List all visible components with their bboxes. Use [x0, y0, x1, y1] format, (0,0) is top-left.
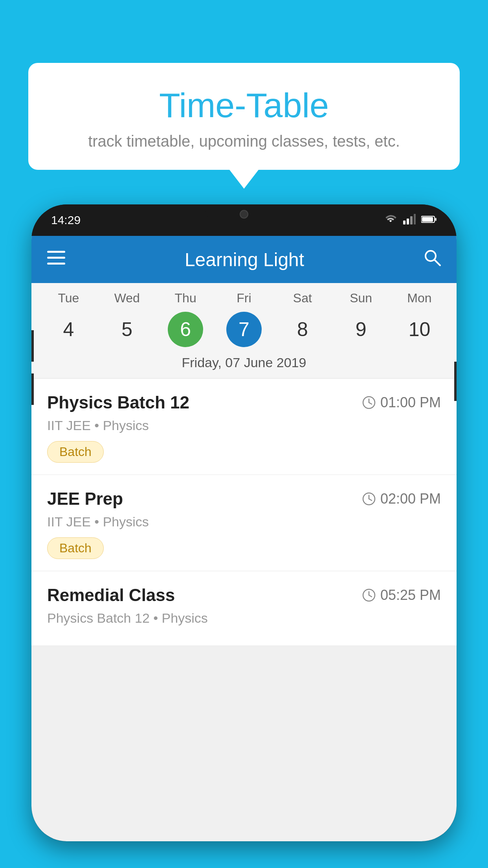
- day-name: Fri: [237, 291, 251, 305]
- svg-line-20: [369, 595, 372, 597]
- menu-button[interactable]: [47, 250, 65, 269]
- schedule-item-1[interactable]: JEE Prep 02:00 PM IIT JEE • Physics Batc…: [31, 475, 457, 571]
- battery-icon: [421, 215, 437, 225]
- status-bar: 14:29: [31, 204, 457, 236]
- batch-badge: Batch: [47, 441, 104, 463]
- svg-rect-3: [414, 214, 416, 224]
- day-number[interactable]: 10: [402, 312, 437, 347]
- day-col-7[interactable]: Fri7: [218, 291, 270, 347]
- svg-rect-5: [435, 218, 437, 221]
- day-name: Wed: [114, 291, 140, 305]
- clock-icon: [362, 588, 376, 602]
- day-number[interactable]: 9: [343, 312, 379, 347]
- svg-rect-0: [403, 221, 405, 224]
- status-icons: [383, 213, 437, 227]
- wifi-icon: [383, 213, 398, 227]
- search-button[interactable]: [424, 249, 441, 270]
- day-name: Sun: [350, 291, 372, 305]
- schedule-list: Physics Batch 12 01:00 PM IIT JEE • Phys…: [31, 379, 457, 646]
- day-number[interactable]: 8: [285, 312, 320, 347]
- day-col-10[interactable]: Mon10: [394, 291, 445, 347]
- status-time: 14:29: [51, 213, 81, 227]
- volume-up-button: [31, 330, 34, 362]
- app-title: Learning Light: [185, 249, 304, 270]
- selected-date: Friday, 07 June 2019: [31, 347, 457, 379]
- phone-frame: 14:29: [31, 204, 457, 841]
- app-screen: Learning Light Tue4Wed5Thu6Fri7Sat8Sun9M…: [31, 236, 457, 841]
- svg-rect-6: [422, 217, 433, 222]
- svg-rect-8: [47, 257, 65, 259]
- batch-badge: Batch: [47, 537, 104, 559]
- svg-line-11: [435, 260, 440, 265]
- schedule-time: 05:25 PM: [362, 587, 441, 603]
- front-camera: [240, 210, 248, 219]
- schedule-subtitle: Physics Batch 12 • Physics: [47, 611, 441, 626]
- calendar-section: Tue4Wed5Thu6Fri7Sat8Sun9Mon10 Friday, 07…: [31, 283, 457, 379]
- schedule-item-2[interactable]: Remedial Class 05:25 PM Physics Batch 12…: [31, 571, 457, 646]
- schedule-item-header: Physics Batch 12 01:00 PM: [47, 393, 441, 412]
- schedule-time: 02:00 PM: [362, 491, 441, 507]
- svg-rect-9: [47, 263, 65, 265]
- schedule-title: Remedial Class: [47, 585, 175, 605]
- day-number[interactable]: 7: [226, 312, 262, 347]
- day-col-8[interactable]: Sat8: [277, 291, 328, 347]
- day-number[interactable]: 5: [109, 312, 145, 347]
- clock-icon: [362, 396, 376, 409]
- day-col-4[interactable]: Tue4: [43, 291, 94, 347]
- schedule-subtitle: IIT JEE • Physics: [47, 514, 441, 530]
- clock-icon: [362, 492, 376, 506]
- day-name: Sat: [293, 291, 312, 305]
- volume-down-button: [31, 373, 34, 405]
- app-toolbar: Learning Light: [31, 236, 457, 283]
- bubble-title: Time-Table: [48, 86, 440, 125]
- schedule-subtitle: IIT JEE • Physics: [47, 418, 441, 433]
- speech-bubble: Time-Table track timetable, upcoming cla…: [28, 63, 460, 170]
- svg-rect-7: [47, 251, 65, 253]
- schedule-title: JEE Prep: [47, 489, 123, 509]
- svg-line-14: [369, 403, 372, 404]
- svg-rect-2: [410, 216, 413, 224]
- day-name: Tue: [58, 291, 79, 305]
- day-name: Mon: [407, 291, 431, 305]
- day-name: Thu: [175, 291, 196, 305]
- schedule-item-header: Remedial Class 05:25 PM: [47, 585, 441, 605]
- schedule-time: 01:00 PM: [362, 394, 441, 411]
- day-col-6[interactable]: Thu6: [160, 291, 211, 347]
- schedule-item-0[interactable]: Physics Batch 12 01:00 PM IIT JEE • Phys…: [31, 379, 457, 475]
- bubble-subtitle: track timetable, upcoming classes, tests…: [48, 132, 440, 150]
- svg-rect-1: [407, 219, 409, 224]
- day-col-5[interactable]: Wed5: [101, 291, 152, 347]
- phone-notch: [205, 204, 283, 224]
- day-number[interactable]: 6: [168, 312, 203, 347]
- phone-container: 14:29: [31, 204, 457, 868]
- svg-line-17: [369, 499, 372, 500]
- days-row: Tue4Wed5Thu6Fri7Sat8Sun9Mon10: [31, 291, 457, 347]
- day-number[interactable]: 4: [51, 312, 86, 347]
- signal-icon: [403, 213, 416, 227]
- schedule-item-header: JEE Prep 02:00 PM: [47, 489, 441, 509]
- power-button: [454, 362, 457, 401]
- day-col-9[interactable]: Sun9: [336, 291, 387, 347]
- schedule-title: Physics Batch 12: [47, 393, 189, 412]
